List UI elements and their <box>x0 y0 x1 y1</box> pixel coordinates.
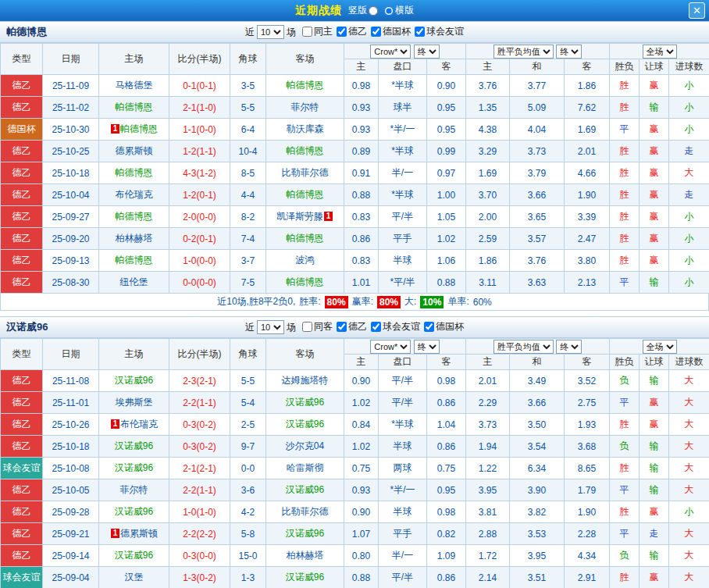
table-row: 球会友谊 25-09-04 汉堡 1-3(0-2) 1-3 汉诺威96 0.88… <box>1 567 709 588</box>
result-handicap: 赢 <box>640 392 669 414</box>
handicap-home-odds: 0.83 <box>344 250 379 272</box>
match-date: 25-09-21 <box>43 523 99 545</box>
near-count-select[interactable]: 10 <box>257 320 284 334</box>
home-team: 布伦瑞克 <box>99 184 169 206</box>
avg-away-odds: 1.79 <box>565 479 610 501</box>
league-type-cell: 德乙 <box>1 250 43 272</box>
result-handicap: 赢 <box>640 567 669 588</box>
corner-score: 4-2 <box>230 501 266 523</box>
win-rate-badge: 80% <box>325 296 348 308</box>
avg-draw-odds: 3.73 <box>510 141 565 162</box>
match-date: 25-11-08 <box>43 370 99 392</box>
col-date: 日期 <box>43 44 99 75</box>
filter-checkbox-input[interactable] <box>337 322 347 332</box>
home-team-name: 菲尔特 <box>120 484 148 495</box>
corner-score: 8-2 <box>230 206 266 228</box>
away-team-name: 沙尔克04 <box>286 440 324 451</box>
topbar-center: 近期战绩 竖版 横版 <box>295 4 414 18</box>
col-type: 类型 <box>1 339 43 370</box>
filter-checkbox-input[interactable] <box>371 322 381 332</box>
handicap-away-odds: 1.00 <box>427 184 466 206</box>
final-select[interactable]: 终 <box>414 45 440 59</box>
handicap-home-odds: 0.89 <box>344 141 379 162</box>
handicap-line: 半/一 <box>379 545 427 567</box>
avg-draw-odds: 3.65 <box>510 206 565 228</box>
avg-draw-odds: 3.76 <box>510 250 565 272</box>
filter-checkbox[interactable]: 德乙 <box>333 320 367 333</box>
match-date: 25-10-25 <box>43 141 99 162</box>
league-type-cell: 德乙 <box>1 272 43 294</box>
layout-radio-vertical-input[interactable] <box>369 6 378 16</box>
result-wdl: 胜 <box>610 458 640 479</box>
avg-select[interactable]: 胜平负均值 <box>493 45 554 59</box>
result-wdl: 平 <box>610 523 640 545</box>
filter-checkbox-input[interactable] <box>302 27 312 37</box>
score: 2-2(1-1) <box>169 392 230 414</box>
filter-checkbox[interactable]: 球会友谊 <box>367 320 420 333</box>
corner-score: 7-4 <box>230 228 266 250</box>
league-type-cell: 德乙 <box>1 501 43 523</box>
home-team: 纽伦堡 <box>99 272 169 294</box>
filter-checkbox-input[interactable] <box>337 27 347 37</box>
result-goals: 小 <box>669 228 709 250</box>
near-count-select[interactable]: 10 <box>257 25 284 39</box>
scope-select[interactable]: 全场 <box>643 45 677 59</box>
home-team: 埃弗斯堡 <box>99 392 169 414</box>
team-section-header: 帕德博恩 近 10 场 同主 德乙 德国杯 球会友谊 <box>0 21 709 43</box>
filter-checkbox[interactable]: 德国杯 <box>367 25 411 38</box>
avg-select[interactable]: 胜平负均值 <box>493 340 554 354</box>
avg-home-odds: 1.22 <box>466 458 510 479</box>
filter-checkbox-input[interactable] <box>302 322 312 332</box>
layout-radio-vertical[interactable]: 竖版 <box>348 4 378 17</box>
odds-selects-cell: Crow* 终 <box>344 339 466 355</box>
filter-checkbox-input[interactable] <box>371 27 381 37</box>
handicap-away-odds: 0.99 <box>427 141 466 162</box>
filter-checkbox[interactable]: 球会友谊 <box>411 25 464 38</box>
result-goals: 大 <box>669 370 709 392</box>
handicap-home-odds: 0.90 <box>344 501 379 523</box>
corner-score: 3-5 <box>230 75 266 97</box>
final-select[interactable]: 终 <box>556 340 582 354</box>
away-team: 汉诺威96 <box>266 523 344 545</box>
filter-checkbox[interactable]: 德乙 <box>333 25 367 38</box>
scope-select[interactable]: 全场 <box>643 340 677 354</box>
page-title: 近期战绩 <box>295 4 342 18</box>
handicap-home-odds: 1.02 <box>344 436 379 458</box>
final-select[interactable]: 终 <box>556 45 582 59</box>
filter-list: 同客 德乙 球会友谊 德国杯 <box>298 320 464 334</box>
result-handicap: 输 <box>640 458 669 479</box>
layout-radio-horizontal-input[interactable] <box>384 6 394 16</box>
match-date: 25-10-08 <box>43 458 99 479</box>
final-select[interactable]: 终 <box>414 340 440 354</box>
company-select[interactable]: Crow* <box>370 340 411 354</box>
layout-radio-horizontal[interactable]: 横版 <box>384 4 414 17</box>
home-team-name: 布伦瑞克 <box>116 189 153 200</box>
handicap-away-odds: 0.86 <box>427 567 466 588</box>
away-team: 哈雷斯彻 <box>266 458 344 479</box>
filter-checkbox[interactable]: 德国杯 <box>420 320 464 333</box>
radio-label-vertical: 竖版 <box>348 4 367 17</box>
filter-checkbox-input[interactable] <box>424 322 434 332</box>
filter-checkbox[interactable]: 同主 <box>298 25 333 38</box>
result-goals: 小 <box>669 501 709 523</box>
score: 1-1(0-0) <box>169 119 230 141</box>
odds-selects-cell: Crow* 终 <box>344 44 466 59</box>
company-select[interactable]: Crow* <box>370 45 411 59</box>
league-type-cell: 球会友谊 <box>1 458 43 479</box>
filter-checkbox[interactable]: 同客 <box>298 320 333 333</box>
handicap-away-odds: 0.82 <box>427 523 466 545</box>
handicap-away-odds: 1.05 <box>427 206 466 228</box>
away-team: 勒沃库森 <box>266 119 344 141</box>
result-handicap: 走 <box>640 523 669 545</box>
result-goals: 走 <box>669 141 709 162</box>
home-team: 1德累斯顿 <box>99 523 169 545</box>
result-handicap: 赢 <box>640 119 669 141</box>
close-icon[interactable]: ✕ <box>689 2 705 19</box>
away-team: 帕德博恩 <box>266 75 344 97</box>
handicap-away-odds: 0.75 <box>427 458 466 479</box>
avg-draw-odds: 4.04 <box>510 119 565 141</box>
filter-checkbox-input[interactable] <box>415 27 425 37</box>
home-team: 马格德堡 <box>99 75 169 97</box>
handicap-line: *半球 <box>379 141 427 162</box>
table-row: 德乙 25-09-27 帕德博恩 2-0(0-0) 8-2 凯泽斯劳滕1 0.8… <box>1 206 709 228</box>
